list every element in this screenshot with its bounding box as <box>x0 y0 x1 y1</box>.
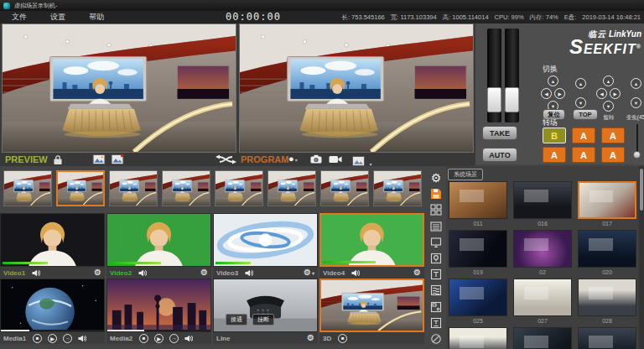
video1-settings-icon[interactable]: ⚙ <box>94 268 101 277</box>
video2-settings-icon[interactable]: ⚙ <box>200 268 208 277</box>
media2-play-button[interactable]: ▶ <box>154 334 164 343</box>
transition-b-button[interactable]: B <box>543 128 566 143</box>
media2-stop-button[interactable]: ■ <box>139 334 148 343</box>
transition-image-icon[interactable] <box>92 154 106 164</box>
video4-settings-icon[interactable]: ⚙ <box>413 268 421 277</box>
menu-settings[interactable]: 设置 <box>39 12 77 23</box>
scene-thumb-011[interactable] <box>449 181 507 219</box>
transition-image-alt-icon[interactable] <box>111 154 124 164</box>
program-monitor[interactable] <box>239 23 474 153</box>
strip-thumb-1[interactable] <box>3 170 52 206</box>
move-left-button[interactable]: ◀ <box>541 88 552 99</box>
move-up-button[interactable]: ▲ <box>548 76 558 86</box>
media1-play-button[interactable]: ▶ <box>48 334 57 343</box>
gallery-scrollbar-thumb[interactable] <box>640 169 643 211</box>
scene-thumb-016[interactable] <box>513 181 572 219</box>
tbar-handle-left[interactable] <box>487 87 501 112</box>
transition-speed-slider[interactable] <box>631 124 643 164</box>
media2-speaker-icon[interactable] <box>184 335 193 342</box>
source-line-thumb[interactable]: 接通 挂断 <box>213 279 318 332</box>
video3-speaker-icon[interactable] <box>245 269 253 277</box>
strip-thumb-8[interactable] <box>373 170 422 206</box>
speed-thumb[interactable] <box>633 151 641 159</box>
rotate-down-button[interactable]: ▼ <box>603 101 614 112</box>
source-video4-thumb[interactable] <box>319 213 424 267</box>
media1-speaker-icon[interactable] <box>78 335 86 342</box>
media2-progress[interactable] <box>107 330 210 331</box>
line-connect-button[interactable]: 接通 <box>226 314 247 326</box>
source-3d-thumb[interactable] <box>319 279 424 332</box>
rotate-up-button[interactable]: ▲ <box>603 76 614 86</box>
scene-thumb-partial-1[interactable] <box>449 327 507 349</box>
transition-a2-button[interactable]: A <box>601 128 625 143</box>
disable-brush-icon[interactable] <box>429 332 443 346</box>
transition-tbar[interactable] <box>487 29 521 122</box>
zoom-up-button[interactable]: ▲ <box>575 78 586 89</box>
transition-a3-button[interactable]: A <box>543 147 566 163</box>
transition-a1-button[interactable]: A <box>572 128 595 143</box>
preview-monitor[interactable] <box>2 23 236 153</box>
scene-thumb-02[interactable] <box>513 230 572 268</box>
strip-thumb-3[interactable] <box>109 170 158 206</box>
video4-speaker-icon[interactable] <box>351 269 360 277</box>
strip-thumb-2-selected[interactable] <box>56 170 105 206</box>
scene-thumb-019[interactable] <box>449 230 507 268</box>
rotate-left-button[interactable]: ◀ <box>596 88 607 99</box>
auto-button[interactable]: AUTO <box>482 148 517 162</box>
source-video2-thumb[interactable] <box>106 213 211 267</box>
line-hangup-button[interactable]: 挂断 <box>252 314 274 326</box>
strip-thumb-5[interactable] <box>215 170 263 206</box>
swap-preview-program-icon[interactable] <box>215 154 236 164</box>
source-video1-thumb[interactable] <box>0 213 105 267</box>
media2-next-button[interactable]: → <box>169 334 179 343</box>
settings-icon[interactable]: ⚙ <box>429 171 443 185</box>
threed-stop-button[interactable]: ■ <box>338 334 347 343</box>
record-icon[interactable]: ●▾ <box>288 154 298 165</box>
media1-progress[interactable] <box>1 330 104 331</box>
subtitle-icon[interactable] <box>429 316 443 330</box>
source-video3-thumb[interactable] <box>213 213 318 267</box>
source-media1-thumb[interactable] <box>0 279 105 332</box>
media1-next-button[interactable]: → <box>63 334 72 343</box>
move-right-button[interactable]: ▶ <box>554 88 565 99</box>
scene-thumb-027[interactable] <box>513 279 572 316</box>
picture-icon[interactable] <box>429 300 443 314</box>
transition-a4-button[interactable]: A <box>572 147 595 163</box>
monitor-icon[interactable] <box>429 236 443 249</box>
gallery-tab[interactable]: 系统场景 <box>448 169 483 180</box>
menu-help[interactable]: 帮助 <box>77 12 116 23</box>
zoom-down-button[interactable]: ▼ <box>575 97 586 108</box>
strip-thumb-6[interactable] <box>267 170 316 206</box>
scene-thumb-partial-3[interactable] <box>578 327 636 349</box>
transition-a5-button[interactable]: A <box>601 147 625 163</box>
chroma-key-icon[interactable] <box>429 284 443 297</box>
menu-file[interactable]: 文件 <box>0 12 39 23</box>
scene-thumb-partial-2[interactable] <box>513 327 572 349</box>
tbar-handle-right[interactable] <box>505 87 519 112</box>
playlist-icon[interactable] <box>429 220 443 233</box>
rotate-right-button[interactable]: ▶ <box>610 88 621 99</box>
line-settings-icon[interactable]: ⚙ <box>307 334 314 342</box>
save-icon[interactable] <box>429 187 443 201</box>
text-title-icon[interactable] <box>429 268 443 281</box>
scene-thumb-017-selected[interactable] <box>578 181 636 219</box>
source-media2-thumb[interactable] <box>106 279 211 332</box>
strip-thumb-7[interactable] <box>320 170 369 206</box>
layout-grid-icon[interactable] <box>429 203 443 216</box>
scene-thumb-025[interactable] <box>449 279 507 316</box>
lock-icon[interactable] <box>54 155 62 164</box>
video1-speaker-icon[interactable] <box>32 269 40 277</box>
effects-icon[interactable] <box>429 252 443 265</box>
strip-thumb-4[interactable] <box>162 170 210 206</box>
scene-thumb-020[interactable] <box>578 230 636 268</box>
focal-down-button[interactable]: ▼ <box>631 97 641 108</box>
focal-up-button[interactable]: ▲ <box>631 78 641 89</box>
video2-speaker-icon[interactable] <box>138 269 147 277</box>
scene-thumb-028[interactable] <box>578 279 636 316</box>
media1-stop-button[interactable]: ■ <box>33 334 42 343</box>
take-button[interactable]: TAKE <box>482 126 517 140</box>
video3-settings-icon[interactable]: ⚙▾ <box>304 268 314 278</box>
gallery-scrollbar[interactable] <box>639 166 644 349</box>
snapshot-camera-icon[interactable] <box>310 154 322 164</box>
top-button[interactable]: TOP <box>573 109 598 120</box>
